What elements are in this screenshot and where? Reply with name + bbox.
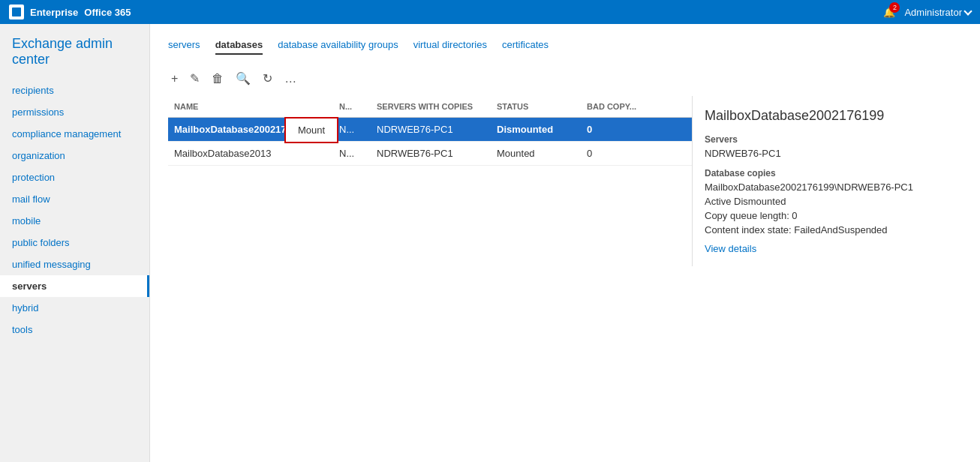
sidebar-item-organization[interactable]: organization [0,145,149,166]
main-content: servers databases database availability … [150,24,980,462]
subnav-dag[interactable]: database availability groups [278,39,398,55]
sidebar-item-publicfolders[interactable]: public folders [0,232,149,254]
suite-name: Office 365 [84,7,131,18]
detail-servers-value: NDRWEB76-PC1 [705,148,950,159]
subnav-certificates[interactable]: certificates [502,39,549,55]
more-button[interactable]: … [281,70,299,87]
product-name: Enterprise [30,7,78,18]
cell-name: MailboxDatabase2013 [168,142,333,165]
edit-button[interactable]: ✎ [187,70,203,87]
cell-n: N... [333,118,371,141]
topbar-actions: 🔔 2 Administrator [883,7,971,18]
subnav-virtualdirs[interactable]: virtual directories [413,39,487,55]
app-logo [9,4,24,20]
detail-copy-queue: Copy queue length: 0 [705,210,950,221]
sidebar: Exchange admin center recipients permiss… [0,24,150,462]
sidebar-item-tools[interactable]: tools [0,319,149,340]
col-header-bad: BAD COPY... [581,96,656,117]
main-layout: Exchange admin center recipients permiss… [0,24,980,462]
notifications-icon[interactable]: 🔔 2 [883,7,895,18]
topbar-branding: Enterprise Office 365 [9,4,131,20]
col-header-servers: SERVERS WITH COPIES [371,96,491,117]
cell-status: Dismounted [491,118,581,141]
subnav-servers[interactable]: servers [168,39,200,55]
detail-db-copy-path: MailboxDatabase2002176199\NDRWEB76-PC1 [705,182,950,193]
sidebar-item-mailflow[interactable]: mail flow [0,188,149,210]
cell-servers: NDRWEB76-PC1 [371,142,491,165]
detail-servers-label: Servers [705,134,950,145]
view-details-link[interactable]: View details [705,243,756,254]
topbar: Enterprise Office 365 🔔 2 Administrator [0,0,980,24]
table-section: Mount NAME N... SERVERS WITH COPIES STAT… [168,96,692,266]
col-header-status: STATUS [491,96,581,117]
sidebar-item-hybrid[interactable]: hybrid [0,297,149,319]
table-header: NAME N... SERVERS WITH COPIES STATUS BAD… [168,96,692,118]
sidebar-item-mobile[interactable]: mobile [0,210,149,232]
detail-title: MailboxDatabase2002176199 [705,108,950,124]
col-header-name: NAME [168,96,333,117]
delete-button[interactable]: 🗑 [209,70,227,87]
refresh-button[interactable]: ↻ [260,70,275,87]
cell-status: Mounted [491,142,581,165]
cell-bad: 0 [581,142,656,165]
sidebar-item-compliance[interactable]: compliance management [0,123,149,145]
sidebar-title: Exchange admin center [0,36,149,80]
content-area: Mount NAME N... SERVERS WITH COPIES STAT… [168,96,962,266]
toolbar: + ✎ 🗑 🔍 ↻ … [168,70,962,87]
cell-n: N... [333,142,371,165]
cell-servers: NDRWEB76-PC1 [371,118,491,141]
sidebar-item-servers[interactable]: servers [0,275,149,297]
add-button[interactable]: + [168,70,181,87]
chevron-down-icon [963,7,972,15]
detail-db-copy-status: Active Dismounted [705,196,950,207]
detail-panel: MailboxDatabase2002176199 Servers NDRWEB… [692,96,962,266]
detail-dbcopies-label: Database copies [705,168,950,178]
sidebar-item-protection[interactable]: protection [0,166,149,188]
admin-menu[interactable]: Administrator [904,7,971,18]
notification-badge: 2 [889,2,900,13]
mount-tooltip[interactable]: Mount [284,117,338,143]
col-header-n: N... [333,96,371,117]
sidebar-item-permissions[interactable]: permissions [0,101,149,123]
table-row[interactable]: MailboxDatabase2013 N... NDRWEB76-PC1 Mo… [168,142,692,166]
table-row[interactable]: MailboxDatabase2002176199 N... NDRWEB76-… [168,118,692,142]
detail-content-index: Content index state: FailedAndSuspended [705,224,950,236]
sidebar-item-recipients[interactable]: recipients [0,80,149,101]
search-button[interactable]: 🔍 [233,70,254,87]
admin-label: Administrator [904,7,962,18]
cell-bad: 0 [581,118,656,141]
subnav-databases[interactable]: databases [215,39,263,55]
sidebar-item-unifiedmessaging[interactable]: unified messaging [0,254,149,275]
subnav: servers databases database availability … [168,39,962,55]
